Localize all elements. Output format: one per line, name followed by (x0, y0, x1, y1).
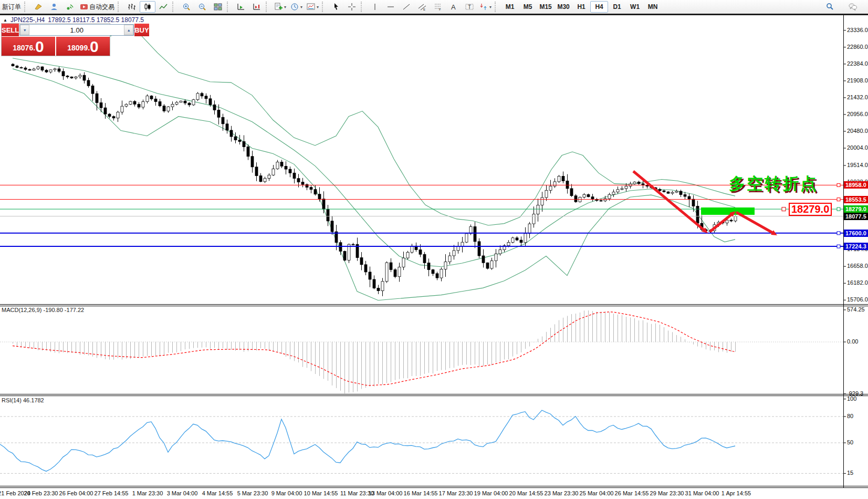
search-button[interactable] (822, 1, 838, 13)
time-tick-label: 24 Feb 23:30 (24, 490, 58, 496)
candlestick-chart-button[interactable] (140, 1, 155, 13)
auto-scroll-button[interactable] (233, 1, 249, 13)
crosshair-button[interactable] (344, 1, 360, 13)
rsi-tick-label: 100 (847, 396, 856, 402)
periods-button[interactable]: ▾ (288, 1, 305, 13)
time-tick-label: 25 Mar 04:00 (580, 490, 614, 496)
price-axis: 23336.022860.022384.021908.021432.020956… (843, 15, 868, 488)
fibonacci-button[interactable]: F (430, 1, 446, 13)
level-price-callout[interactable]: 18279.0 (789, 203, 832, 216)
text-label-tool-icon: T (465, 3, 474, 11)
chat-button[interactable] (845, 1, 861, 13)
sell-button[interactable]: SELL (2, 24, 19, 36)
time-tick-label: 1 Mar 23:30 (132, 490, 163, 496)
rsi-tick-label: 50 (847, 439, 853, 445)
zoom-in-button[interactable] (179, 1, 194, 13)
price-tick-label: 23336.0 (847, 27, 868, 33)
chart-shift-button[interactable] (249, 1, 265, 13)
chevron-down-icon[interactable]: ▾ (317, 5, 319, 9)
time-tick-label: 27 Feb 14:55 (95, 490, 129, 496)
line-chart-icon (159, 3, 168, 11)
timeframe-M5[interactable]: M5 (519, 1, 537, 13)
timeframe-H4[interactable]: H4 (590, 1, 608, 13)
timeframe-M15[interactable]: M15 (537, 1, 555, 13)
buy-button[interactable]: BUY (134, 24, 149, 36)
rsi-tick-label: 80 (847, 413, 853, 419)
trendline-button[interactable] (399, 1, 414, 13)
rsi-line (0, 410, 735, 471)
chart-canvas[interactable] (0, 0, 868, 499)
time-tick-label: 17 Mar 23:30 (439, 490, 473, 496)
price-tag: 18553.5 (844, 196, 868, 203)
annotation-text[interactable]: 多空转折点 (729, 173, 818, 195)
price-tick-label: 19514.0 (847, 162, 868, 168)
mql-market-button[interactable] (30, 1, 46, 13)
chart-expand-icon[interactable]: ▲ (3, 18, 7, 23)
horizontal-line-icon (386, 3, 395, 11)
time-tick-label: 4 Mar 14:55 (202, 490, 233, 496)
svg-text:T: T (468, 4, 471, 10)
time-tick-label: 20 Mar 14:55 (509, 490, 543, 496)
toolbar-separator (495, 2, 500, 12)
zoom-in-icon (182, 3, 191, 11)
timeframe-W1[interactable]: W1 (626, 1, 644, 13)
line-chart-button[interactable] (155, 1, 171, 13)
time-tick-label: 1 Apr 14:55 (721, 490, 751, 496)
horizontal-line-button[interactable] (383, 1, 399, 13)
chevron-down-icon[interactable]: ▾ (489, 5, 491, 9)
tile-windows-button[interactable] (210, 1, 226, 13)
volume-input[interactable] (29, 25, 124, 35)
bollinger-middle (13, 58, 735, 267)
price-tick-label: 16658.0 (847, 263, 868, 269)
fibonacci-icon: F (434, 3, 442, 11)
price-tick-label: 22384.0 (847, 60, 868, 67)
price-tag: 18958.0 (844, 181, 868, 189)
sell-price[interactable]: 18076.0 (2, 37, 55, 56)
highlight-rectangle[interactable] (701, 207, 755, 215)
trend-arrow[interactable] (710, 213, 733, 232)
templates-button[interactable]: ▾ (305, 1, 321, 13)
auto-scroll-icon (237, 3, 245, 11)
svg-text:E: E (423, 8, 425, 11)
zoom-out-icon (198, 3, 206, 11)
chevron-down-icon[interactable]: ▾ (284, 5, 286, 9)
volume-increase-button[interactable]: ▲ (124, 25, 133, 35)
trend-arrow[interactable] (736, 212, 775, 234)
bollinger-upper (13, 30, 735, 225)
periods-icon (290, 3, 299, 11)
timeframe-MN[interactable]: MN (644, 1, 662, 13)
indicators-button[interactable]: ▾ (272, 1, 288, 13)
time-axis: 21 Feb 202024 Feb 23:3026 Feb 04:0027 Fe… (0, 488, 868, 499)
rsi-label: RSI(14) 46.1782 (2, 397, 44, 403)
bar-chart-button[interactable] (124, 1, 140, 13)
timeframe-D1[interactable]: D1 (608, 1, 626, 13)
text-tool-icon: A (449, 3, 458, 11)
chevron-down-icon[interactable]: ▾ (300, 5, 302, 9)
arrow-objects-button[interactable]: ▾ (477, 1, 494, 13)
cursor-button[interactable] (328, 1, 344, 13)
time-tick-label: 5 Mar 23:30 (237, 490, 268, 496)
symbol-label: JPN225-,H4 (11, 16, 45, 24)
equidistant-channel-button[interactable]: E (414, 1, 430, 13)
time-tick-label: 31 Mar 04:00 (685, 490, 719, 496)
timeframe-M30[interactable]: M30 (555, 1, 572, 13)
zoom-out-button[interactable] (194, 1, 210, 13)
community-button[interactable] (46, 1, 62, 13)
auto-trading-button[interactable]: 自动交易 (78, 1, 117, 13)
timeframe-M1[interactable]: M1 (501, 1, 519, 13)
cursor-icon (332, 3, 340, 11)
time-tick-label: 23 Mar 23:30 (545, 490, 579, 496)
buy-price[interactable]: 18099.0 (56, 37, 110, 56)
chart-shift-icon (253, 3, 261, 11)
toolbar-separator (361, 2, 366, 12)
text-tool-button[interactable]: A (446, 1, 462, 13)
vertical-line-button[interactable] (367, 1, 383, 13)
new-order[interactable]: 新订单 (0, 1, 23, 13)
text-label-tool-button[interactable]: T (462, 1, 477, 13)
community-icon (50, 3, 58, 11)
signals-icon (66, 3, 74, 11)
signals-button[interactable] (62, 1, 78, 13)
volume-decrease-button[interactable]: ▼ (20, 25, 29, 35)
macd-tick-label: 574.25 (847, 306, 865, 313)
timeframe-H1[interactable]: H1 (572, 1, 590, 13)
